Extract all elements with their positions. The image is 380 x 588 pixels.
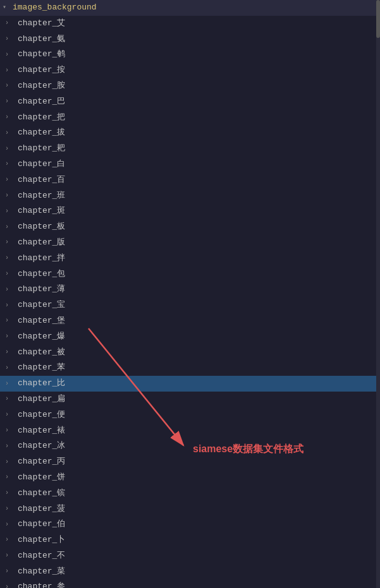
list-item-label: chapter_耙 (15, 142, 65, 155)
chevron-right-icon: › (5, 347, 15, 357)
list-item[interactable]: ›chapter_鹌 (0, 47, 380, 63)
list-item[interactable]: ›chapter_包 (0, 267, 380, 282)
chevron-right-icon: › (5, 207, 15, 217)
chevron-right-icon: › (5, 301, 15, 311)
list-item-label: chapter_版 (15, 236, 65, 249)
chevron-right-icon: › (5, 34, 15, 44)
chevron-right-icon: › (5, 269, 15, 279)
chevron-right-icon: › (5, 112, 15, 123)
list-item-label: chapter_班 (15, 189, 65, 203)
list-item-label: chapter_板 (15, 220, 65, 234)
list-item-label: chapter_不 (15, 549, 65, 563)
chevron-right-icon: › (5, 50, 15, 60)
list-item-label: chapter_斑 (15, 205, 65, 218)
list-item[interactable]: ›chapter_镔 (0, 486, 380, 501)
list-item-label: chapter_卜 (15, 534, 65, 547)
list-item[interactable]: ›chapter_薄 (0, 282, 380, 297)
list-item[interactable]: ›chapter_胺 (0, 78, 380, 94)
list-item[interactable]: ›chapter_巴 (0, 94, 380, 110)
chevron-right-icon: › (5, 457, 15, 467)
list-item-label: chapter_胺 (15, 80, 65, 93)
list-item[interactable]: ›chapter_不 (0, 548, 380, 564)
list-item-label: chapter_比 (15, 377, 65, 390)
chevron-right-icon: › (5, 551, 15, 561)
list-item[interactable]: ›chapter_按 (0, 63, 380, 78)
list-item[interactable]: ›chapter_冰 (0, 438, 380, 454)
chevron-down-icon: ▾ (3, 3, 13, 13)
list-item[interactable]: ›chapter_丙 (0, 454, 380, 470)
scrollbar[interactable] (376, 0, 380, 588)
list-item-label: chapter_包 (15, 268, 65, 281)
chevron-right-icon: › (5, 394, 15, 404)
list-item-label: chapter_便 (15, 409, 65, 422)
annotation-text: siamese数据集文件格式 (193, 442, 313, 456)
chevron-right-icon: › (5, 504, 15, 514)
chevron-right-icon: › (5, 81, 15, 91)
chevron-right-icon: › (5, 332, 15, 342)
chevron-right-icon: › (5, 488, 15, 498)
list-item[interactable]: ›chapter_爆 (0, 329, 380, 345)
chevron-right-icon: › (5, 159, 15, 169)
chevron-right-icon: › (5, 567, 15, 577)
list-item-label: chapter_菠 (15, 503, 65, 516)
chevron-right-icon: › (5, 535, 15, 545)
list-item[interactable]: ›chapter_百 (0, 172, 380, 188)
list-item[interactable]: ›chapter_板 (0, 219, 380, 235)
list-item-label: chapter_伯 (15, 518, 65, 531)
list-item[interactable]: ›chapter_艾 (0, 16, 380, 32)
list-item-label: chapter_被 (15, 346, 65, 359)
chevron-right-icon: › (5, 441, 15, 452)
list-item[interactable]: ›chapter_扁 (0, 392, 380, 407)
chevron-right-icon: › (5, 426, 15, 436)
list-item[interactable]: ›chapter_拌 (0, 251, 380, 267)
list-item-label: chapter_丙 (15, 455, 65, 469)
list-item[interactable]: ›chapter_氨 (0, 32, 380, 47)
root-folder[interactable]: ▾ images_background (0, 0, 380, 16)
chevron-right-icon: › (5, 285, 15, 295)
chevron-right-icon: › (5, 128, 15, 138)
list-item[interactable]: ›chapter_参 (0, 579, 380, 588)
chevron-right-icon: › (5, 520, 15, 530)
list-item-label: chapter_爆 (15, 330, 65, 344)
list-item-label: chapter_百 (15, 174, 65, 187)
list-item[interactable]: ›chapter_便 (0, 407, 380, 423)
list-item[interactable]: ›chapter_苯 (0, 360, 380, 376)
list-item[interactable]: ›chapter_比 (0, 376, 380, 392)
list-item[interactable]: ›chapter_班 (0, 188, 380, 204)
file-tree: ▾ images_background ›chapter_艾›chapter_氨… (0, 0, 380, 588)
list-item-label: chapter_菜 (15, 565, 65, 579)
chevron-right-icon: › (5, 144, 15, 154)
chevron-right-icon: › (5, 191, 15, 201)
list-item-label: chapter_薄 (15, 283, 65, 296)
list-item[interactable]: ›chapter_裱 (0, 423, 380, 439)
list-item[interactable]: ›chapter_菠 (0, 501, 380, 517)
list-item[interactable]: ›chapter_把 (0, 110, 380, 126)
list-item[interactable]: ›chapter_斑 (0, 203, 380, 219)
list-item[interactable]: ›chapter_拔 (0, 125, 380, 141)
list-item[interactable]: ›chapter_伯 (0, 517, 380, 532)
list-item-label: chapter_白 (15, 158, 65, 171)
list-item[interactable]: ›chapter_堡 (0, 313, 380, 329)
chevron-right-icon: › (5, 222, 15, 232)
chevron-right-icon: › (5, 66, 15, 76)
list-item-label: chapter_参 (15, 580, 65, 588)
list-item-label: chapter_把 (15, 111, 65, 124)
list-item-label: chapter_巴 (15, 95, 65, 109)
chevron-right-icon: › (5, 316, 15, 326)
list-item-label: chapter_饼 (15, 471, 65, 484)
chevron-right-icon: › (5, 237, 15, 248)
list-item[interactable]: ›chapter_卜 (0, 532, 380, 548)
list-item[interactable]: ›chapter_宝 (0, 297, 380, 313)
scrollbar-thumb[interactable] (376, 0, 380, 38)
list-item-label: chapter_按 (15, 64, 65, 77)
chevron-right-icon: › (5, 18, 15, 28)
list-item[interactable]: ›chapter_被 (0, 345, 380, 361)
list-item[interactable]: ›chapter_菜 (0, 564, 380, 580)
list-item[interactable]: ›chapter_饼 (0, 470, 380, 486)
list-item[interactable]: ›chapter_耙 (0, 141, 380, 157)
list-item-label: chapter_艾 (15, 17, 65, 30)
chevron-right-icon: › (5, 253, 15, 263)
list-item-label: chapter_裱 (15, 424, 65, 438)
list-item[interactable]: ›chapter_白 (0, 157, 380, 172)
list-item[interactable]: ›chapter_版 (0, 235, 380, 251)
